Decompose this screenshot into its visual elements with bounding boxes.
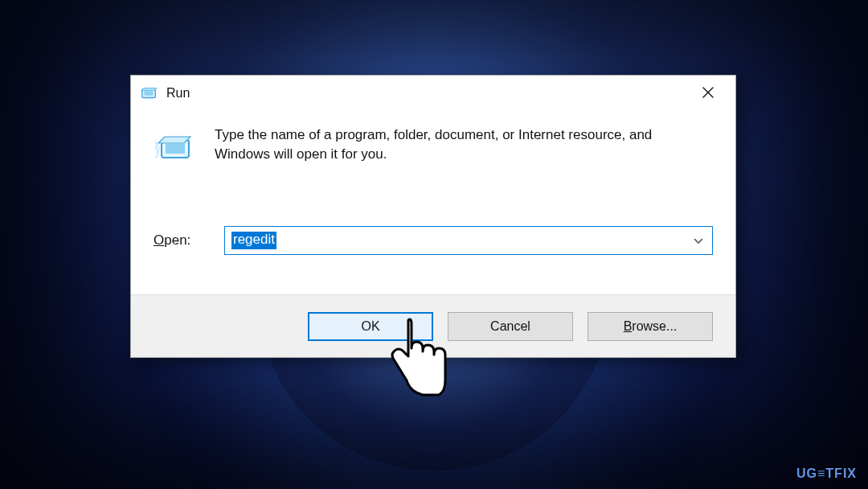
svg-rect-1	[145, 91, 154, 96]
run-large-icon	[154, 129, 197, 167]
browse-button[interactable]: Browse...	[588, 312, 713, 341]
cancel-button-label: Cancel	[490, 319, 530, 334]
cancel-button[interactable]: Cancel	[448, 312, 573, 341]
watermark: UG≡TFIX	[796, 466, 857, 481]
ok-button[interactable]: OK	[308, 312, 433, 341]
open-combobox[interactable]: regedit	[224, 226, 713, 255]
dialog-body: Type the name of a program, folder, docu…	[131, 111, 735, 220]
button-row: OK Cancel Browse...	[131, 294, 735, 357]
open-label: Open:	[154, 232, 210, 249]
open-input-value: regedit	[231, 232, 276, 249]
browse-button-label: Browse...	[624, 319, 678, 334]
svg-rect-3	[166, 144, 185, 154]
open-row: Open: regedit	[131, 226, 735, 255]
chevron-down-icon[interactable]	[693, 235, 704, 246]
close-button[interactable]	[689, 77, 727, 108]
dialog-title: Run	[166, 86, 689, 101]
run-dialog: Run Type	[130, 75, 736, 358]
run-icon	[141, 84, 158, 102]
dialog-description: Type the name of a program, folder, docu…	[215, 125, 665, 164]
ok-button-label: OK	[361, 319, 379, 334]
page-background: Run Type	[0, 0, 868, 489]
close-icon	[702, 87, 714, 98]
titlebar: Run	[131, 76, 735, 111]
